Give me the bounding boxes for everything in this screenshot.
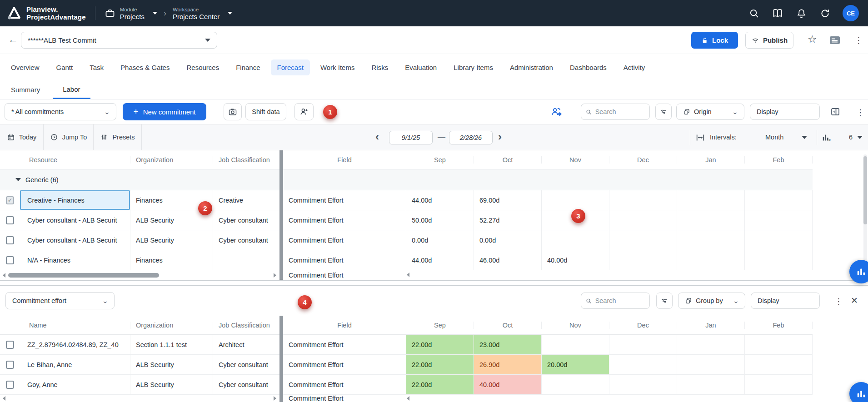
table-row[interactable]: ZZ_2.879464.02484.89, ZZ_40 Section 1.1.… — [0, 335, 279, 355]
table-row[interactable]: Cyber consultant - ALB Securit ALB Secur… — [0, 230, 279, 250]
value-cell[interactable]: 46.00d — [474, 250, 542, 270]
comments-feed-icon[interactable] — [829, 35, 841, 45]
scroll-right-icon[interactable] — [274, 273, 276, 278]
bottom-search[interactable] — [581, 293, 650, 309]
group-by-select[interactable]: Group by — [678, 293, 745, 309]
value-cell[interactable] — [745, 375, 813, 394]
search-input[interactable] — [595, 297, 645, 304]
scrollbar-thumb[interactable] — [8, 273, 159, 278]
tab-library-items[interactable]: Library Items — [447, 60, 499, 75]
user-avatar[interactable]: CE — [843, 5, 859, 21]
value-cell[interactable]: 22.00d — [406, 375, 474, 394]
group-collapse-caret-icon[interactable] — [15, 178, 21, 181]
value-cell[interactable] — [609, 250, 677, 270]
row-checkbox[interactable] — [6, 216, 14, 224]
planview-logo[interactable]: Planview. ProjectAdvantage — [6, 5, 86, 21]
column-splitter[interactable] — [279, 150, 283, 280]
row-checkbox[interactable] — [6, 256, 14, 264]
col-header-month[interactable]: Dec — [609, 156, 677, 164]
commitments-filter-select[interactable]: * All commitments — [5, 103, 116, 120]
workspace-switcher[interactable]: Workspace Projects Center — [173, 6, 232, 20]
group-row-generic[interactable]: Generic (6) — [0, 169, 279, 190]
interval-count[interactable]: 6 — [849, 134, 853, 141]
value-cell[interactable] — [609, 355, 677, 374]
scroll-left-icon[interactable] — [407, 396, 409, 401]
tab-phases-gates[interactable]: Phases & Gates — [114, 60, 176, 75]
refresh-icon[interactable] — [819, 7, 831, 19]
tab-task[interactable]: Task — [83, 60, 110, 75]
project-selector[interactable]: ******ALB Test Commit — [21, 32, 217, 49]
value-cell[interactable] — [745, 335, 813, 354]
collapse-panel-icon[interactable] — [830, 106, 841, 117]
value-cell[interactable]: 40.00d — [542, 250, 609, 270]
assign-resource-button[interactable] — [294, 103, 314, 120]
filter-button[interactable] — [656, 293, 673, 309]
col-header-month[interactable]: Jan — [677, 156, 745, 164]
value-cell[interactable]: 69.00d — [474, 190, 542, 210]
value-cell[interactable]: 40.00d — [474, 375, 542, 394]
new-commitment-button[interactable]: New commitment — [123, 103, 206, 120]
col-header-name[interactable]: Name — [20, 322, 130, 329]
interval-caret-icon[interactable] — [802, 136, 807, 139]
project-more-menu[interactable] — [854, 35, 863, 45]
value-cell[interactable] — [745, 210, 813, 230]
tab-administration[interactable]: Administration — [504, 60, 559, 75]
scroll-left-icon[interactable] — [407, 273, 409, 277]
range-end-input[interactable] — [449, 131, 493, 144]
value-cell[interactable]: 20.00d — [542, 355, 609, 374]
resource-cell-selected[interactable]: Creative - Finances — [20, 190, 130, 210]
col-header-job[interactable]: Job Classification — [213, 156, 279, 164]
subtab-summary[interactable]: Summary — [11, 80, 40, 99]
value-cell[interactable] — [745, 250, 813, 270]
display-button[interactable]: Display — [750, 104, 820, 120]
col-header-month[interactable]: Oct — [474, 156, 542, 164]
value-cell[interactable]: 26.90d — [474, 355, 542, 374]
value-cell[interactable]: 44.00d — [406, 250, 474, 270]
grid-search[interactable] — [581, 104, 650, 120]
interval-value[interactable]: Month — [765, 134, 783, 141]
vertical-scrollbar[interactable] — [863, 154, 867, 273]
value-cell[interactable]: 23.00d — [474, 335, 542, 354]
table-row[interactable]: Cyber consultant - ALB Securit ALB Secur… — [0, 210, 279, 230]
subtab-labor[interactable]: Labor — [53, 80, 90, 99]
help-book-icon[interactable] — [772, 7, 783, 19]
col-header-month[interactable]: Dec — [609, 322, 677, 329]
value-cell[interactable]: 44.00d — [406, 190, 474, 210]
value-cell[interactable] — [677, 355, 745, 374]
range-start-input[interactable] — [389, 131, 433, 144]
col-header-month[interactable]: Feb — [745, 322, 813, 329]
table-row[interactable]: Le Bihan, Anne ALB Security Cyber consul… — [0, 355, 279, 375]
value-cell[interactable] — [677, 375, 745, 394]
tab-risks[interactable]: Risks — [365, 60, 394, 75]
interval-count-caret-icon[interactable] — [857, 136, 863, 139]
global-search-icon[interactable] — [748, 7, 760, 19]
col-header-month[interactable]: Jan — [677, 322, 745, 329]
bottom-more-menu[interactable] — [834, 296, 843, 307]
value-cell[interactable] — [542, 230, 609, 250]
value-cell[interactable] — [609, 230, 677, 250]
value-cell[interactable] — [609, 210, 677, 230]
value-cell[interactable]: 22.00d — [406, 335, 474, 354]
column-splitter[interactable] — [279, 316, 283, 402]
col-header-month[interactable]: Sep — [406, 322, 474, 329]
favorite-star-icon[interactable] — [808, 33, 817, 45]
value-cell[interactable] — [609, 375, 677, 394]
tab-resources[interactable]: Resources — [180, 60, 225, 75]
col-header-organization[interactable]: Organization — [130, 322, 213, 329]
col-header-resource[interactable]: Resource — [20, 156, 130, 164]
value-cell[interactable] — [609, 190, 677, 210]
row-checkbox[interactable] — [6, 196, 14, 204]
value-cell[interactable]: 0.00d — [474, 230, 542, 250]
close-panel-icon[interactable] — [851, 295, 858, 306]
tab-dashboards[interactable]: Dashboards — [564, 60, 613, 75]
lock-button[interactable]: Lock — [691, 32, 738, 49]
shift-data-button[interactable]: Shift data — [245, 103, 286, 120]
tab-work-items[interactable]: Work Items — [314, 60, 361, 75]
presets-button[interactable]: Presets — [94, 124, 142, 150]
jump-to-button[interactable]: Jump To — [44, 124, 94, 150]
panel-resize-handle[interactable] — [0, 280, 868, 286]
value-cell[interactable] — [745, 230, 813, 250]
col-header-month[interactable]: Nov — [542, 156, 609, 164]
value-cell[interactable]: 50.00d — [406, 210, 474, 230]
value-cell[interactable] — [542, 190, 609, 210]
